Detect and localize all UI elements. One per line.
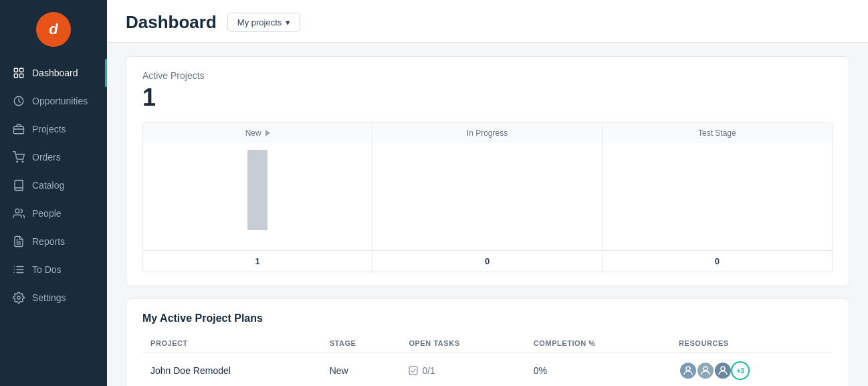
sidebar-item-label: Orders (32, 152, 61, 163)
checkbox-icon (409, 366, 418, 375)
app-logo: d (36, 12, 71, 47)
opportunities-icon (12, 94, 25, 108)
chart-val-teststage: 0 (603, 251, 832, 272)
list-icon (12, 263, 25, 276)
arrow-right-icon (265, 130, 270, 136)
col-header-stage: STAGE (322, 334, 401, 353)
col-header-open-tasks: OPEN TASKS (401, 334, 525, 353)
svg-point-9 (15, 209, 19, 213)
table-body: John Doe Remodel New 0/1 (142, 353, 833, 387)
svg-rect-1 (20, 68, 23, 72)
sidebar-item-label: Settings (32, 292, 66, 303)
sidebar-item-label: Opportunities (32, 96, 88, 106)
open-tasks-cell: 0/1 (409, 365, 517, 376)
svg-point-8 (22, 161, 23, 163)
chart-footer: 1 0 0 (143, 250, 832, 272)
avatar-more-count: +3 (731, 361, 750, 380)
sidebar-nav: Dashboard Opportunities Projects Orders (0, 59, 107, 386)
active-projects-card: Active Projects 1 New In Progress Test S… (126, 56, 849, 286)
svg-point-22 (721, 367, 725, 371)
main-content: Dashboard My projects ▾ Active Projects … (107, 0, 868, 386)
book-icon (12, 179, 25, 192)
chart-header: New In Progress Test Stage (143, 123, 832, 143)
content-area: Active Projects 1 New In Progress Test S… (107, 43, 868, 386)
chart-col-teststage (603, 143, 832, 250)
col-header-project: PROJECT (142, 334, 322, 353)
project-open-tasks: 0/1 (401, 353, 525, 387)
chart-col-header-teststage: Test Stage (603, 123, 832, 143)
svg-rect-19 (409, 367, 417, 375)
sidebar-item-label: Catalog (32, 180, 64, 191)
grid-icon (12, 66, 25, 80)
sidebar-item-settings[interactable]: Settings (0, 284, 107, 312)
chart-val-inprogress: 0 (372, 251, 602, 272)
sidebar-item-orders[interactable]: Orders (0, 143, 107, 171)
svg-point-21 (703, 367, 708, 371)
svg-point-20 (686, 367, 690, 371)
sidebar-item-todos[interactable]: To Dos (0, 256, 107, 284)
table-header: PROJECT STAGE OPEN TASKS COMPLETION % RE… (142, 334, 833, 353)
chart-col-inprogress (372, 143, 602, 250)
avatar (679, 361, 697, 380)
reports-icon (12, 235, 25, 248)
project-plans-title: My Active Project Plans (142, 312, 833, 324)
cart-icon (12, 151, 25, 164)
chart-body (143, 143, 832, 250)
project-plans-table: PROJECT STAGE OPEN TASKS COMPLETION % RE… (142, 334, 833, 386)
chevron-down-icon: ▾ (286, 17, 290, 27)
sidebar-item-catalog[interactable]: Catalog (0, 171, 107, 199)
avatar (696, 361, 715, 380)
chart-col-new (143, 143, 372, 250)
sidebar-item-dashboard[interactable]: Dashboard (0, 59, 107, 87)
projects-chart: New In Progress Test Stage (142, 122, 833, 272)
svg-rect-3 (20, 74, 23, 78)
active-projects-label: Active Projects (142, 70, 833, 81)
sidebar: d Dashboard Opportunities Projects (0, 0, 107, 386)
svg-rect-0 (14, 68, 17, 72)
chart-col-header-inprogress: In Progress (372, 123, 602, 143)
briefcase-icon (12, 122, 25, 136)
gear-icon (12, 291, 25, 304)
avatar (714, 361, 732, 380)
sidebar-item-reports[interactable]: Reports (0, 227, 107, 256)
page-title: Dashboard (126, 12, 217, 33)
sidebar-item-label: Projects (32, 124, 66, 134)
active-projects-count: 1 (142, 84, 833, 112)
project-name: John Doe Remodel (142, 353, 322, 387)
chart-col-header-new: New (143, 123, 372, 143)
page-header: Dashboard My projects ▾ (107, 0, 868, 43)
project-completion: 0% (526, 353, 671, 387)
sidebar-item-label: Dashboard (32, 68, 78, 78)
svg-rect-5 (14, 126, 24, 134)
chart-bar-new (247, 150, 267, 230)
project-resources: +3 (671, 353, 833, 387)
chart-val-new: 1 (143, 251, 372, 272)
sidebar-item-projects[interactable]: Projects (0, 115, 107, 143)
col-header-completion: COMPLETION % (526, 334, 671, 353)
sidebar-item-label: Reports (32, 236, 65, 247)
svg-point-7 (17, 161, 18, 163)
svg-point-18 (17, 296, 21, 300)
users-icon (12, 207, 25, 220)
my-projects-dropdown[interactable]: My projects ▾ (227, 13, 300, 32)
sidebar-logo: d (0, 0, 107, 59)
sidebar-item-label: People (32, 208, 62, 219)
table-row: John Doe Remodel New 0/1 (142, 353, 833, 387)
sidebar-item-people[interactable]: People (0, 199, 107, 227)
col-header-resources: RESOURCES (671, 334, 833, 353)
sidebar-item-label: To Dos (32, 264, 62, 275)
sidebar-item-opportunities[interactable]: Opportunities (0, 87, 107, 115)
project-plans-card: My Active Project Plans PROJECT STAGE OP… (126, 298, 849, 386)
project-stage: New (322, 353, 401, 387)
resources-cell: +3 (679, 361, 825, 380)
svg-rect-2 (14, 74, 17, 78)
